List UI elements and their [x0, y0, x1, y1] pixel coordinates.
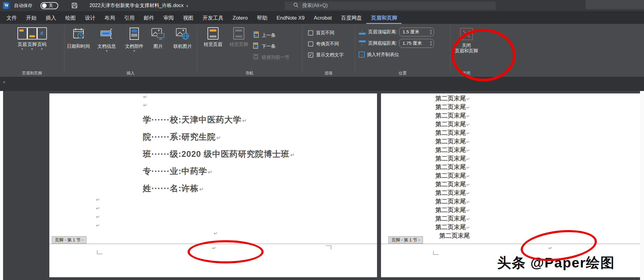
document-text-line: 班······级:2020 级中医药研究院博士班↵: [143, 149, 295, 166]
header-icon: [17, 27, 27, 40]
insert-alignment-tab-button[interactable]: → 插入对齐制表位: [359, 50, 450, 59]
document-page-2[interactable]: 第二页末尾↵第二页末尾↵第二页末尾↵第二页末尾↵第二页末尾↵第二页末尾↵第二页末…: [381, 93, 640, 277]
paragraph-mark: ↵: [143, 102, 147, 108]
search-placeholder: 搜索(Alt+Q): [302, 2, 328, 9]
tab-8[interactable]: 审阅: [159, 13, 178, 24]
document-text-line: 第二页末尾↵: [381, 129, 470, 137]
link-to-previous-button: 链接到前一节: [252, 53, 289, 62]
document-text-line: 第二页末尾↵: [381, 223, 470, 232]
group-header-footer: 页眉▾ 页脚▾ # 页码▾ 页眉和页脚: [0, 24, 64, 77]
header-button[interactable]: 页眉▾: [17, 26, 27, 50]
picture-icon: [151, 27, 165, 41]
checkbox-row[interactable]: ✓显示文档文字: [308, 52, 355, 58]
online-picture-button[interactable]: 联机图片: [168, 26, 197, 52]
group-label: 导航: [197, 70, 302, 76]
document-info-button[interactable]: 文档信息▾: [93, 26, 120, 52]
footer-paragraph-mark: ↵: [548, 245, 552, 251]
tab-2[interactable]: 插入: [41, 13, 61, 24]
document-text-line: 第二页末尾↵: [381, 120, 470, 129]
previous-button[interactable]: 上一条: [252, 31, 289, 40]
tab-3[interactable]: 绘图: [61, 13, 80, 24]
checkbox-unchecked-icon[interactable]: [308, 30, 313, 36]
checkbox-label: 显示文档文字: [316, 52, 344, 58]
footer-distance-input[interactable]: 1.75 厘米 ∧∨: [399, 39, 434, 48]
checkbox-row[interactable]: 奇偶页不同: [308, 41, 355, 47]
document-text-line: 第二页末尾↵: [381, 189, 470, 197]
document-page-1[interactable]: ↵ ↵ 学······校:天津中医药大学↵院······系:研究生院↵班····…: [49, 93, 377, 277]
paragraph-mark: ↵: [96, 206, 100, 211]
close-icon: [460, 28, 473, 40]
checkbox-row[interactable]: 首页不同: [308, 30, 355, 36]
document-text-line: 第二页末尾↵: [381, 163, 470, 172]
toggle-knob-icon: [42, 3, 47, 8]
margin-corner-mark: [433, 251, 439, 255]
header-distance-icon: ↓: [359, 28, 366, 35]
tab-4[interactable]: 设计: [80, 13, 100, 24]
chevron-down-icon: ▾: [106, 50, 108, 52]
ribbon-collapse-strip: ▿: [0, 77, 644, 91]
tab-active-16[interactable]: 页眉和页脚: [366, 13, 402, 24]
watermark-text: 头条 @Paper绘图: [497, 254, 615, 272]
footer-distance-row: ↑ 页脚底端距离: 1.75 厘米 ∧∨: [359, 38, 450, 48]
spinner-arrows-icon[interactable]: ∧∨: [430, 29, 432, 34]
tab-0[interactable]: 文件: [2, 13, 21, 24]
goto-footer-icon: [233, 27, 244, 40]
group-label: 关闭: [450, 70, 482, 76]
tab-10[interactable]: 开发工具: [198, 13, 228, 24]
group-navigation: 转至页眉 转至页脚 上一条 下一条: [197, 24, 302, 77]
footer-section-tag: 页脚 - 第 1 节 -: [388, 236, 423, 244]
page-number-button[interactable]: # 页码▾: [37, 26, 47, 50]
checkbox-checked-icon[interactable]: ✓: [308, 52, 313, 58]
document-text-line: 姓······名:许栋↵: [143, 183, 295, 200]
autosave-toggle[interactable]: 关: [40, 2, 58, 9]
checkbox-unchecked-icon[interactable]: [308, 41, 313, 47]
spinner-arrows-icon[interactable]: ∧∨: [430, 41, 432, 46]
title-bar: W 自动保存 关 2022天津市创新奖学金支撑材料_许栋.docx∨ 搜索(Al…: [0, 0, 644, 11]
group-position: ↓ 页眉顶端距离: 1.5 厘米 ∧∨ ↑ 页脚底端距离: 1.75 厘米 ∧∨…: [355, 24, 450, 77]
tab-12[interactable]: 帮助: [252, 13, 272, 24]
group-options: 首页不同奇偶页不同✓显示文档文字 选项: [302, 24, 355, 77]
footer-icon: [27, 27, 37, 40]
footer-section-tag: 页脚 - 第 1 节 -: [52, 236, 86, 244]
date-time-icon: [72, 27, 85, 41]
paragraph-mark: ↵: [214, 231, 218, 236]
date-time-button[interactable]: 日期和时间: [64, 26, 93, 52]
chevron-down-icon: ▾: [41, 48, 43, 50]
tab-9[interactable]: 视图: [178, 13, 198, 24]
checkbox-label: 首页不同: [316, 30, 334, 36]
autosave-label: 自动保存: [14, 3, 32, 9]
tab-7[interactable]: 邮件: [139, 13, 159, 24]
word-app-icon[interactable]: W: [3, 2, 10, 9]
header-distance-input[interactable]: 1.5 厘米 ∧∨: [399, 28, 434, 36]
tab-11[interactable]: Zotero: [228, 13, 252, 24]
document-parts-button[interactable]: 文档部件▾: [120, 26, 148, 52]
next-icon: [252, 42, 260, 51]
tab-6[interactable]: 引用: [120, 13, 139, 24]
search-icon: [293, 2, 299, 9]
tab-14[interactable]: Acrobat: [309, 13, 337, 24]
right-scrollbar[interactable]: [640, 91, 644, 280]
search-input[interactable]: 搜索(Alt+Q): [285, 2, 496, 10]
margin-corner-mark: [97, 250, 102, 254]
collapse-ribbon-icon[interactable]: ▿: [3, 80, 5, 85]
footer-boundary-line: [49, 244, 377, 244]
document-text-line: 第二页末尾↵: [381, 154, 470, 163]
close-header-footer-button[interactable]: 关闭页眉和页脚: [450, 24, 482, 54]
group-label: 位置: [355, 70, 450, 76]
footer-distance-label: 页脚底端距离:: [368, 40, 397, 46]
tab-13[interactable]: EndNote X9: [272, 13, 309, 24]
tab-5[interactable]: 布局: [100, 13, 120, 24]
goto-header-button[interactable]: 转至页眉: [201, 26, 225, 63]
group-label: 页眉和页脚: [0, 70, 64, 76]
paragraph-mark: ↵: [96, 197, 100, 202]
margin-corner-mark: [326, 245, 331, 249]
previous-icon: [252, 31, 260, 40]
tab-15[interactable]: 百度网盘: [336, 13, 366, 24]
document-title[interactable]: 2022天津市创新奖学金支撑材料_许栋.docx∨: [90, 2, 189, 9]
tab-1[interactable]: 开始: [21, 13, 41, 24]
picture-button[interactable]: 图片: [148, 26, 168, 52]
save-icon[interactable]: [71, 2, 78, 10]
document-text-line: 第二页末尾↵: [381, 94, 470, 103]
next-button[interactable]: 下一条: [252, 42, 289, 51]
footer-button[interactable]: 页脚▾: [27, 26, 37, 50]
